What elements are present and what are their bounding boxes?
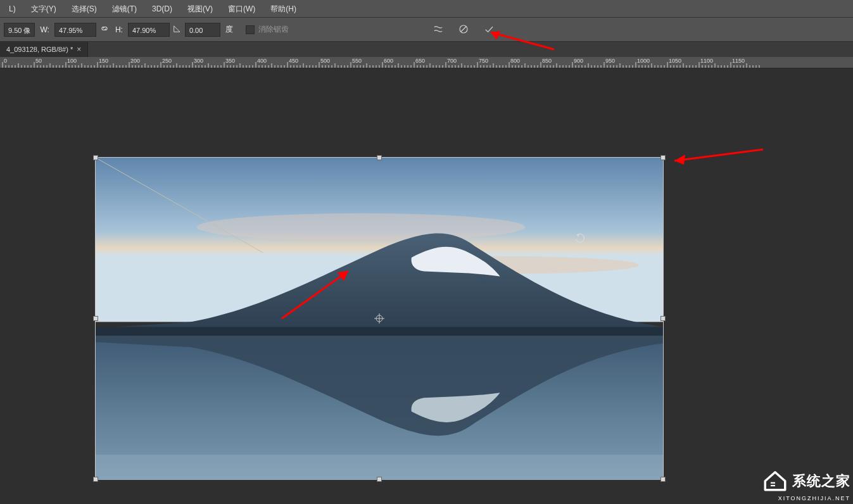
svg-text:250: 250 [162, 58, 172, 64]
antialias-checkbox[interactable] [246, 25, 255, 34]
svg-text:300: 300 [194, 58, 203, 64]
height-input[interactable]: 47.90% [128, 23, 170, 37]
link-icon[interactable] [98, 24, 111, 35]
watermark: 系统之家 XITONGZHIJIA.NET [762, 467, 850, 501]
house-icon [762, 467, 788, 495]
svg-text:900: 900 [574, 58, 583, 64]
svg-text:1000: 1000 [637, 58, 650, 64]
transform-handle-t[interactable] [377, 155, 382, 160]
angle-unit-label: 度 [222, 24, 237, 35]
transform-handle-r[interactable] [660, 316, 666, 321]
tab-bar: 4_093128, RGB/8#) * × [0, 42, 853, 57]
svg-rect-269 [96, 327, 663, 336]
svg-text:550: 550 [352, 58, 362, 64]
horizontal-ruler: 0501001502002503003504004505005506006507… [0, 57, 853, 68]
svg-marker-280 [674, 154, 685, 165]
document-tab[interactable]: 4_093128, RGB/8#) * × [0, 42, 88, 57]
menu-item-filter[interactable]: 滤镜(T) [104, 0, 144, 18]
svg-text:950: 950 [605, 58, 615, 64]
rotate-cursor-icon [574, 233, 586, 248]
menu-item-view[interactable]: 视图(V) [180, 0, 220, 18]
svg-text:100: 100 [67, 58, 77, 64]
menu-item-help[interactable]: 帮助(H) [263, 0, 304, 18]
menu-item-select[interactable]: 选择(S) [64, 0, 104, 18]
watermark-subtitle: XITONGZHIJIA.NET [762, 495, 850, 501]
width-label: W: [36, 25, 53, 34]
angle-icon [171, 23, 184, 35]
svg-text:600: 600 [384, 58, 393, 64]
transform-handle-bl[interactable] [93, 477, 98, 482]
menu-bar: L) 文字(Y) 选择(S) 滤镜(T) 3D(D) 视图(V) 窗口(W) 帮… [0, 0, 853, 18]
transform-handle-l[interactable] [93, 316, 98, 321]
svg-text:450: 450 [289, 58, 298, 64]
document-tab-label: 4_093128, RGB/8#) * [6, 42, 73, 57]
transform-bounding-box[interactable] [95, 157, 664, 480]
transform-action-group [429, 20, 498, 38]
svg-text:800: 800 [510, 58, 520, 64]
menu-item-layer[interactable]: L) [1, 0, 23, 18]
svg-line-279 [674, 149, 763, 161]
transform-handle-br[interactable] [660, 477, 666, 482]
warp-icon[interactable] [429, 20, 447, 38]
transform-diagonal-2 [96, 158, 286, 253]
svg-text:500: 500 [320, 58, 330, 64]
svg-rect-271 [96, 455, 663, 480]
svg-text:700: 700 [447, 58, 457, 64]
menu-item-3d[interactable]: 3D(D) [144, 0, 180, 18]
svg-text:1050: 1050 [669, 58, 681, 64]
menu-item-window[interactable]: 窗口(W) [220, 0, 263, 18]
transform-center-icon[interactable] [374, 313, 384, 324]
transform-handle-b[interactable] [377, 477, 382, 482]
svg-text:850: 850 [542, 58, 552, 64]
cancel-icon[interactable] [455, 20, 472, 38]
svg-text:1150: 1150 [732, 58, 745, 64]
angle-input[interactable]: 0.00 [185, 23, 220, 37]
svg-rect-285 [771, 485, 775, 486]
antialias-label: 消除锯齿 [255, 24, 293, 35]
svg-text:0: 0 [4, 58, 7, 64]
width-input[interactable]: 47.95% [54, 23, 96, 37]
svg-text:400: 400 [257, 58, 267, 64]
confirm-icon[interactable] [480, 20, 498, 38]
svg-text:350: 350 [225, 58, 235, 64]
transform-handle-tl[interactable] [93, 155, 98, 160]
svg-text:150: 150 [99, 58, 108, 64]
height-label: H: [111, 25, 127, 34]
svg-rect-284 [771, 482, 775, 484]
watermark-title: 系统之家 [792, 472, 850, 491]
svg-line-1 [461, 27, 466, 32]
svg-text:650: 650 [415, 58, 425, 64]
transform-handle-tr[interactable] [660, 155, 666, 160]
svg-text:200: 200 [130, 58, 140, 64]
transform-options-bar: 9.50 像 W: 47.95% H: 47.90% 0.00 度 消除锯齿 [0, 18, 853, 42]
close-icon[interactable]: × [77, 42, 81, 57]
svg-text:750: 750 [479, 58, 488, 64]
transform-size-field[interactable]: 9.50 像 [4, 23, 35, 37]
annotation-arrow-corner [665, 143, 766, 168]
svg-line-273 [96, 158, 286, 253]
menu-item-type[interactable]: 文字(Y) [23, 0, 64, 18]
svg-text:50: 50 [35, 58, 42, 64]
canvas-area[interactable]: 系统之家 XITONGZHIJIA.NET [0, 68, 853, 504]
svg-text:1100: 1100 [700, 58, 713, 64]
